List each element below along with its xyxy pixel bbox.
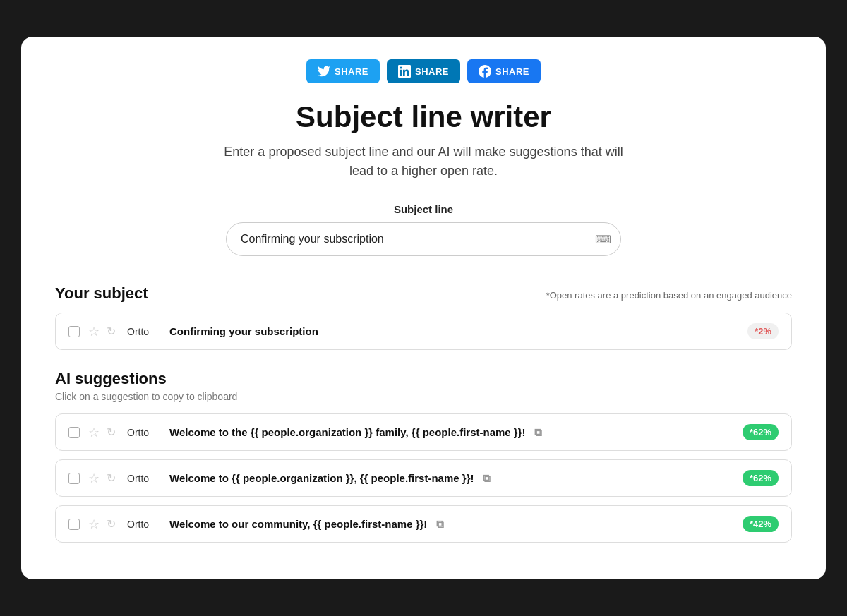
facebook-share-button[interactable]: SHARE — [467, 59, 541, 83]
ai-suggestions-subtitle: Click on a suggestion to copy to clipboa… — [55, 391, 792, 402]
sender-1: Ortto — [127, 427, 169, 438]
star-icon-2[interactable]: ☆ — [88, 471, 100, 486]
row-checkbox-3[interactable] — [68, 519, 80, 530]
refresh-icon-3[interactable]: ↻ — [107, 517, 116, 531]
twitter-icon — [318, 65, 330, 78]
badge-2: *62% — [743, 470, 779, 486]
input-section: Subject line ⌨ — [55, 203, 792, 256]
row-checkbox-your[interactable] — [68, 326, 80, 337]
your-subject-section: Your subject *Open rates are a predictio… — [55, 284, 792, 350]
sender-your: Ortto — [127, 326, 169, 337]
subject-1: Welcome to the {{ people.organization }}… — [169, 426, 731, 439]
sender-3: Ortto — [127, 519, 169, 530]
subject-your: Confirming your subscription — [169, 325, 736, 337]
badge-your: *2% — [747, 323, 779, 339]
keyboard-icon: ⌨ — [595, 233, 611, 246]
page-subtitle: Enter a proposed subject line and our AI… — [55, 143, 792, 181]
twitter-share-label: SHARE — [335, 66, 368, 77]
your-subject-title: Your subject — [55, 284, 148, 303]
ai-suggestions-header: AI suggestions Click on a suggestion to … — [55, 370, 792, 402]
ai-suggestion-row-2[interactable]: ☆ ↻ Ortto Welcome to {{ people.organizat… — [55, 459, 792, 497]
facebook-share-label: SHARE — [495, 66, 529, 77]
star-icon-3[interactable]: ☆ — [88, 517, 100, 532]
badge-1: *62% — [743, 424, 779, 440]
refresh-icon-1[interactable]: ↻ — [107, 425, 116, 439]
subject-input[interactable] — [226, 222, 621, 256]
subject-3: Welcome to our community, {{ people.firs… — [169, 518, 731, 531]
ai-suggestions-title: AI suggestions — [55, 370, 167, 387]
ai-suggestion-row-3[interactable]: ☆ ↻ Ortto Welcome to our community, {{ p… — [55, 505, 792, 543]
twitter-share-button[interactable]: SHARE — [306, 59, 380, 83]
linkedin-share-label: SHARE — [415, 66, 449, 77]
sender-2: Ortto — [127, 473, 169, 484]
ai-suggestion-row-1[interactable]: ☆ ↻ Ortto Welcome to the {{ people.organ… — [55, 413, 792, 451]
subject-2: Welcome to {{ people.organization }}, {{… — [169, 472, 731, 485]
star-icon-1[interactable]: ☆ — [88, 425, 100, 440]
copy-icon-1[interactable]: ⧉ — [534, 426, 542, 438]
refresh-icon-2[interactable]: ↻ — [107, 471, 116, 485]
page-title: Subject line writer — [55, 100, 792, 134]
main-card: SHARE SHARE SHARE Subject line writer En… — [21, 37, 826, 579]
open-rates-note: *Open rates are a prediction based on an… — [546, 290, 792, 301]
share-buttons-group: SHARE SHARE SHARE — [55, 59, 792, 83]
your-subject-header: Your subject *Open rates are a predictio… — [55, 284, 792, 303]
badge-3: *42% — [743, 516, 779, 532]
input-label: Subject line — [394, 203, 453, 215]
row-checkbox-1[interactable] — [68, 427, 80, 438]
linkedin-share-button[interactable]: SHARE — [387, 59, 460, 83]
copy-icon-3[interactable]: ⧉ — [436, 518, 444, 530]
star-icon-your[interactable]: ☆ — [88, 324, 100, 339]
ai-suggestions-section: AI suggestions Click on a suggestion to … — [55, 370, 792, 543]
linkedin-icon — [398, 65, 411, 78]
copy-icon-2[interactable]: ⧉ — [483, 472, 491, 484]
refresh-icon-your[interactable]: ↻ — [107, 325, 116, 338]
row-checkbox-2[interactable] — [68, 473, 80, 484]
facebook-icon — [479, 65, 491, 78]
subject-input-wrapper: ⌨ — [226, 222, 621, 256]
your-subject-row[interactable]: ☆ ↻ Ortto Confirming your subscription *… — [55, 313, 792, 350]
